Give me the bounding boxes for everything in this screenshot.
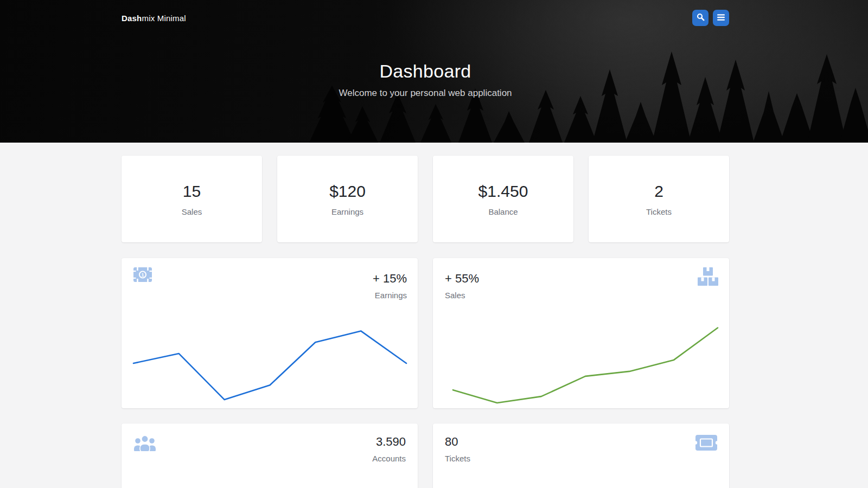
main-content: 15 Sales $120 Earnings $1.450 Balance 2 …	[0, 156, 868, 488]
accounts-value: 3.590	[372, 435, 406, 449]
accounts-label: Accounts	[372, 454, 406, 463]
users-icon	[133, 435, 156, 453]
page-subtitle: Welcome to your personal web application	[122, 88, 729, 99]
page-title: Dashboard	[122, 61, 729, 82]
hero-block: Dashboard Welcome to your personal web a…	[122, 61, 729, 99]
search-button[interactable]	[692, 10, 709, 26]
search-icon	[697, 13, 705, 23]
tickets-card: 80 Tickets	[433, 423, 729, 488]
stats-row: 15 Sales $120 Earnings $1.450 Balance 2 …	[122, 156, 729, 242]
stat-card-sales: 15 Sales	[122, 156, 262, 242]
stat-value: $120	[329, 182, 366, 201]
hamburger-menu-icon	[717, 14, 725, 23]
brand-rest: mix Minimal	[142, 14, 186, 23]
stat-value: 2	[654, 182, 663, 201]
svg-text:1: 1	[141, 272, 144, 278]
tickets-label: Tickets	[445, 454, 470, 463]
stat-label: Sales	[182, 207, 202, 216]
sales-delta-label: Sales	[445, 291, 479, 300]
top-navbar: Dashmix Minimal	[122, 0, 729, 26]
money-bill-icon: 1	[133, 267, 152, 284]
sales-chart-card: + 55% Sales	[433, 258, 729, 408]
tickets-value: 80	[445, 435, 470, 449]
boxes-icon	[698, 267, 718, 288]
charts-row: 1 + 15% Earnings + 55% Sales	[122, 258, 729, 408]
stat-value: 15	[183, 182, 201, 201]
sales-delta: + 55%	[445, 272, 479, 286]
earnings-delta: + 15%	[373, 272, 407, 286]
accounts-card: 3.590 Accounts	[122, 423, 418, 488]
stat-label: Balance	[488, 207, 518, 216]
stat-card-balance: $1.450 Balance	[433, 156, 573, 242]
brand-bold: Dash	[122, 14, 142, 23]
header-actions	[692, 10, 729, 26]
stat-value: $1.450	[478, 182, 528, 201]
ticket-icon	[695, 435, 717, 453]
sales-line-chart	[433, 314, 729, 408]
stat-card-earnings: $120 Earnings	[277, 156, 418, 242]
menu-toggle-button[interactable]	[713, 10, 729, 26]
earnings-chart-card: 1 + 15% Earnings	[122, 258, 418, 408]
brand-logo[interactable]: Dashmix Minimal	[122, 14, 186, 23]
stat-label: Earnings	[331, 207, 363, 216]
bottom-row: 3.590 Accounts 80 Tickets	[122, 423, 729, 488]
page-header: Dashmix Minimal Dashboard Welcome to you…	[0, 0, 868, 143]
earnings-line-chart	[122, 314, 418, 408]
stat-card-tickets: 2 Tickets	[589, 156, 729, 242]
earnings-delta-label: Earnings	[373, 291, 407, 300]
stat-label: Tickets	[646, 207, 672, 216]
